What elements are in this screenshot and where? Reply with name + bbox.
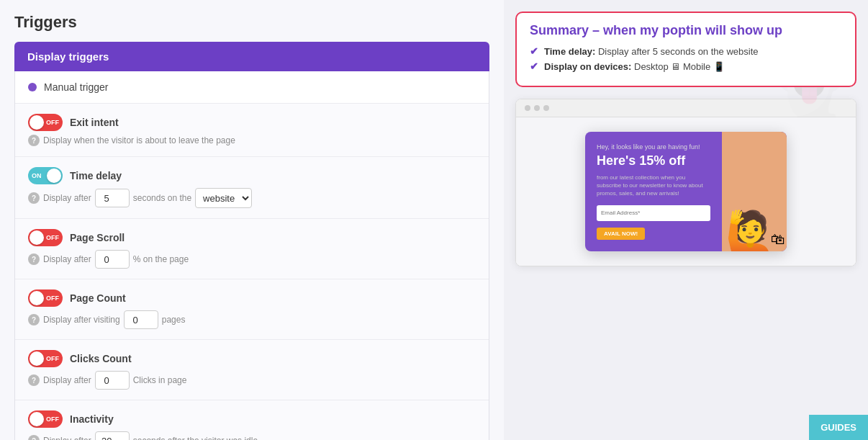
exit-intent-row: OFF Exit intent	[28, 114, 476, 131]
clicks-count-toggle-label: OFF	[46, 355, 59, 362]
inactivity-toggle-label: OFF	[46, 416, 59, 423]
clicks-count-name: Clicks Count	[70, 353, 132, 364]
popup-preview: × Hey, it looks like you are having fun!…	[516, 117, 856, 266]
inactivity-prefix: Display after	[43, 436, 91, 440]
clicks-count-input[interactable]	[95, 371, 130, 390]
time-delay-dropdown[interactable]: website page	[195, 188, 252, 208]
popup-card: × Hey, it looks like you are having fun!…	[585, 132, 787, 251]
page-scroll-desc: ? Display after % on the page	[28, 250, 476, 269]
trigger-clicks-count: OFF Clicks Count ? Display after Clicks …	[15, 340, 489, 400]
time-delay-name: Time delay	[70, 170, 122, 181]
summary-box: Summary – when my poptin will show up ✔ …	[515, 12, 856, 87]
manual-trigger-label: Manual trigger	[44, 81, 109, 93]
time-delay-desc-middle: seconds on the	[133, 193, 191, 203]
browser-dot-1	[525, 105, 530, 111]
trigger-time-delay: ON Time delay ? Display after seconds on…	[15, 157, 489, 219]
exit-intent-knob	[30, 115, 44, 130]
popup-email-input[interactable]	[597, 205, 710, 221]
clicks-count-desc: ? Display after Clicks in page	[28, 371, 476, 390]
popup-subtitle: Hey, it looks like you are having fun!	[597, 143, 710, 151]
summary-title: Summary – when my poptin will show up	[530, 23, 842, 38]
manual-dot	[28, 83, 37, 91]
time-delay-input[interactable]	[95, 189, 130, 207]
time-delay-row: ON Time delay	[28, 167, 476, 184]
popup-body-text: from our latest collection when you subs…	[597, 174, 710, 198]
page-scroll-toggle-label: OFF	[46, 234, 59, 241]
preview-browser: × Hey, it looks like you are having fun!…	[515, 99, 856, 266]
exit-intent-name: Exit intent	[70, 117, 119, 128]
page-count-help-icon[interactable]: ?	[28, 314, 40, 325]
popup-avail-button[interactable]: AVAIL NOW!	[597, 228, 645, 240]
clicks-count-suffix: Clicks in page	[133, 375, 187, 385]
summary-item-time-delay: ✔ Time delay: Display after 5 seconds on…	[530, 45, 842, 57]
popup-title: Here's 15% off	[597, 153, 710, 169]
trigger-inactivity: OFF Inactivity ? Display after seconds a…	[15, 400, 489, 440]
trigger-exit-intent: OFF Exit intent ? Display when the visit…	[15, 104, 489, 157]
page-scroll-row: OFF Page Scroll	[28, 229, 476, 246]
display-triggers-header: Display triggers	[14, 42, 489, 71]
page-count-input[interactable]	[124, 310, 158, 329]
triggers-body: Manual trigger OFF Exit intent ? Display…	[14, 71, 489, 440]
inactivity-input[interactable]	[95, 431, 130, 440]
summary-time-delay-label: Time delay: Display after 5 seconds on t…	[544, 46, 758, 57]
page-scroll-prefix: Display after	[43, 254, 91, 264]
page-scroll-knob	[30, 230, 44, 245]
exit-intent-desc-text: Display when the visitor is about to lea…	[43, 135, 235, 145]
browser-dot-3	[543, 105, 549, 111]
page-count-name: Page Count	[70, 292, 126, 304]
exit-intent-help-icon[interactable]: ?	[28, 135, 40, 146]
check-icon-1: ✔	[530, 45, 538, 57]
popup-image: 🙋 🛍	[722, 132, 787, 251]
page-count-toggle[interactable]: OFF	[28, 289, 63, 307]
page-count-knob	[30, 291, 44, 305]
inactivity-knob	[30, 412, 44, 426]
inactivity-suffix: seconds after the visitor was idle	[133, 436, 258, 440]
trigger-page-count: OFF Page Count ? Display after visiting …	[15, 279, 489, 340]
page-scroll-toggle[interactable]: OFF	[28, 229, 63, 246]
summary-devices-label: Display on devices: Desktop 🖥 Mobile 📱	[544, 61, 725, 72]
page-title: Triggers	[14, 13, 489, 32]
page-count-suffix: pages	[162, 315, 186, 325]
page-count-toggle-label: OFF	[46, 295, 59, 302]
manual-trigger-row: Manual trigger	[15, 71, 489, 104]
guides-button[interactable]: GUIDES	[809, 415, 868, 440]
page-count-desc: ? Display after visiting pages	[28, 310, 476, 329]
time-delay-desc-prefix: Display after	[43, 193, 91, 203]
time-delay-help-icon[interactable]: ?	[28, 192, 40, 204]
page-scroll-input[interactable]	[95, 250, 130, 269]
clicks-count-prefix: Display after	[43, 375, 91, 385]
right-panel: 👻 Summary – when my poptin will show up …	[504, 0, 868, 440]
popup-person-figure: 🙋	[725, 212, 775, 251]
popup-bags-figure: 🛍	[771, 231, 785, 248]
inactivity-desc: ? Display after seconds after the visito…	[28, 431, 476, 440]
page-scroll-help-icon[interactable]: ?	[28, 253, 40, 265]
triggers-section: Display triggers Manual trigger OFF Exit…	[14, 42, 489, 440]
exit-intent-desc: ? Display when the visitor is about to l…	[28, 135, 476, 146]
page-scroll-name: Page Scroll	[70, 232, 125, 243]
page-count-prefix: Display after visiting	[43, 315, 120, 325]
time-delay-desc: ? Display after seconds on the website p…	[28, 188, 476, 208]
summary-item-devices: ✔ Display on devices: Desktop 🖥 Mobile 📱	[530, 60, 842, 72]
time-delay-knob	[47, 169, 61, 183]
time-delay-toggle[interactable]: ON	[28, 167, 63, 184]
left-panel: Triggers Display triggers Manual trigger…	[0, 0, 504, 440]
check-icon-2: ✔	[530, 60, 538, 72]
time-delay-toggle-label: ON	[32, 172, 42, 179]
exit-intent-toggle[interactable]: OFF	[28, 114, 63, 131]
page-count-row: OFF Page Count	[28, 289, 476, 307]
clicks-count-row: OFF Clicks Count	[28, 350, 476, 367]
inactivity-row: OFF Inactivity	[28, 410, 476, 428]
clicks-count-help-icon[interactable]: ?	[28, 374, 40, 386]
clicks-count-toggle[interactable]: OFF	[28, 350, 63, 367]
trigger-page-scroll: OFF Page Scroll ? Display after % on the…	[15, 219, 489, 279]
inactivity-help-icon[interactable]: ?	[28, 435, 40, 440]
popup-content: Hey, it looks like you are having fun! H…	[585, 132, 722, 251]
clicks-count-knob	[30, 351, 44, 366]
browser-dot-2	[534, 105, 540, 111]
page-scroll-suffix: % on the page	[133, 254, 189, 264]
inactivity-name: Inactivity	[70, 413, 114, 425]
inactivity-toggle[interactable]: OFF	[28, 410, 63, 428]
exit-intent-toggle-label: OFF	[46, 119, 59, 126]
